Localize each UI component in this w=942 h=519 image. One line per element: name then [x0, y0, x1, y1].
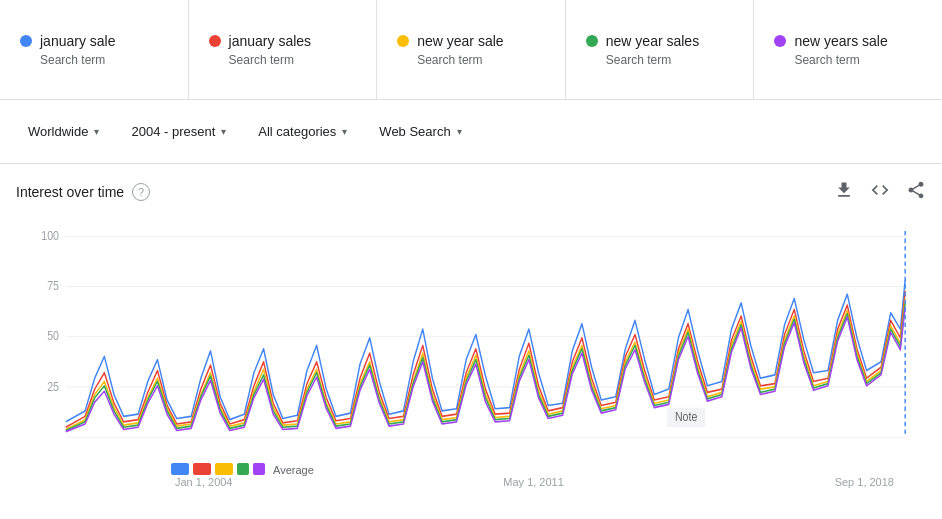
- search-term-sublabel-january-sales: Search term: [229, 53, 357, 67]
- time-filter-button[interactable]: 2004 - present ▾: [119, 116, 238, 147]
- filters-bar: Worldwide ▾ 2004 - present ▾ All categor…: [0, 100, 942, 164]
- average-label: Average: [273, 464, 314, 476]
- legend-bar-purple: [253, 463, 265, 475]
- embed-icon[interactable]: [870, 180, 890, 205]
- search-term-sublabel-new-years-sale: Search term: [794, 53, 922, 67]
- interest-header: Interest over time ?: [16, 164, 926, 220]
- category-filter-label: All categories: [258, 124, 336, 139]
- legend-bar-yellow: [215, 463, 233, 475]
- x-label-2004: Jan 1, 2004: [175, 476, 233, 488]
- search-type-filter-label: Web Search: [379, 124, 450, 139]
- search-term-label-january-sale: january sale: [40, 33, 116, 49]
- dot-january-sales: [209, 35, 221, 47]
- dot-new-year-sale: [397, 35, 409, 47]
- region-filter-button[interactable]: Worldwide ▾: [16, 116, 111, 147]
- search-term-item-new-year-sales[interactable]: new year sales Search term: [566, 0, 755, 99]
- svg-text:100: 100: [41, 229, 59, 242]
- x-label-2011: May 1, 2011: [503, 476, 564, 488]
- search-term-label-january-sales: january sales: [229, 33, 312, 49]
- download-icon[interactable]: [834, 180, 854, 205]
- share-icon[interactable]: [906, 180, 926, 205]
- chart-container: 100 75 50 25 Note: [32, 220, 910, 460]
- time-chevron-icon: ▾: [221, 126, 226, 137]
- category-filter-button[interactable]: All categories ▾: [246, 116, 359, 147]
- search-type-chevron-icon: ▾: [457, 126, 462, 137]
- search-term-item-january-sale[interactable]: january sale Search term: [0, 0, 189, 99]
- search-type-filter-button[interactable]: Web Search ▾: [367, 116, 473, 147]
- svg-text:75: 75: [47, 279, 59, 292]
- search-term-sublabel-january-sale: Search term: [40, 53, 168, 67]
- x-axis-labels: Jan 1, 2004 May 1, 2011 Sep 1, 2018: [159, 476, 910, 488]
- search-term-sublabel-new-year-sales: Search term: [606, 53, 734, 67]
- interest-section: Interest over time ? 100 75 50 25: [0, 164, 942, 488]
- search-term-item-new-years-sale[interactable]: new years sale Search term: [754, 0, 942, 99]
- search-term-label-new-years-sale: new years sale: [794, 33, 887, 49]
- dot-new-year-sales: [586, 35, 598, 47]
- legend-bar-blue: [171, 463, 189, 475]
- legend-bar-red: [193, 463, 211, 475]
- search-term-label-new-year-sales: new year sales: [606, 33, 699, 49]
- search-term-item-january-sales[interactable]: january sales Search term: [189, 0, 378, 99]
- interest-title-group: Interest over time ?: [16, 183, 150, 201]
- search-term-sublabel-new-year-sale: Search term: [417, 53, 545, 67]
- region-filter-label: Worldwide: [28, 124, 88, 139]
- time-filter-label: 2004 - present: [131, 124, 215, 139]
- x-label-2018: Sep 1, 2018: [835, 476, 894, 488]
- svg-text:Note: Note: [675, 410, 697, 423]
- legend-bar-green: [237, 463, 249, 475]
- svg-text:50: 50: [47, 329, 59, 342]
- search-terms-bar: january sale Search term january sales S…: [0, 0, 942, 100]
- category-chevron-icon: ▾: [342, 126, 347, 137]
- chart-svg: 100 75 50 25 Note: [32, 220, 910, 460]
- help-icon[interactable]: ?: [132, 183, 150, 201]
- action-icons: [834, 180, 926, 205]
- dot-new-years-sale: [774, 35, 786, 47]
- dot-january-sale: [20, 35, 32, 47]
- svg-text:25: 25: [47, 381, 59, 394]
- interest-over-time-title: Interest over time: [16, 184, 124, 200]
- search-term-item-new-year-sale[interactable]: new year sale Search term: [377, 0, 566, 99]
- region-chevron-icon: ▾: [94, 126, 99, 137]
- search-term-label-new-year-sale: new year sale: [417, 33, 503, 49]
